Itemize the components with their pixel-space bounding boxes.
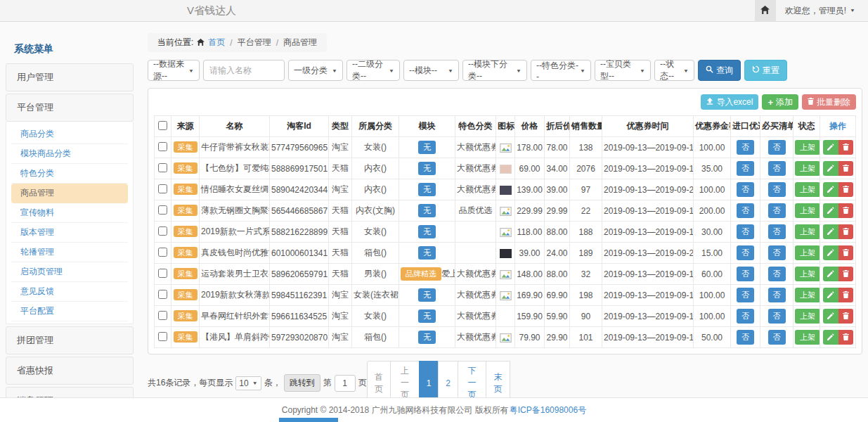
edit-button[interactable] xyxy=(823,224,838,239)
per-page-select[interactable]: 10▼ xyxy=(235,376,261,390)
batch-delete-button[interactable]: 批量删除 xyxy=(802,94,856,110)
sidebar-group[interactable]: 平台管理 xyxy=(6,94,134,122)
import-choice-toggle[interactable]: 否 xyxy=(737,224,754,239)
data-source-select[interactable]: --数据来源--▼ xyxy=(148,60,200,81)
status-button[interactable]: 上架 xyxy=(795,330,820,345)
status-button[interactable]: 上架 xyxy=(795,309,820,324)
delete-button[interactable] xyxy=(838,288,853,302)
status-select[interactable]: --状态--▼ xyxy=(654,60,694,81)
import-choice-toggle[interactable]: 否 xyxy=(737,161,754,176)
must-buy-toggle[interactable]: 否 xyxy=(768,309,786,324)
sidebar-subitem[interactable]: 特色分类 xyxy=(11,164,128,184)
import-choice-toggle[interactable]: 否 xyxy=(737,330,754,345)
item-type-select[interactable]: --宝贝类型--▼ xyxy=(595,60,651,81)
search-button[interactable]: 查询 xyxy=(698,60,741,81)
delete-button[interactable] xyxy=(838,245,853,260)
must-buy-toggle[interactable]: 否 xyxy=(768,330,786,345)
sidebar-subitem[interactable]: 意见反馈 xyxy=(11,282,128,302)
edit-icon xyxy=(827,311,834,321)
delete-button[interactable] xyxy=(838,309,853,324)
feature-select[interactable]: --特色分类--▼ xyxy=(531,60,591,81)
delete-button[interactable] xyxy=(838,267,853,281)
import-choice-toggle[interactable]: 否 xyxy=(737,309,754,324)
category1-select[interactable]: 一级分类▼ xyxy=(288,60,343,81)
module-select[interactable]: --模块--▼ xyxy=(403,60,459,81)
icp-link[interactable]: 粤ICP备16098006号 xyxy=(510,404,586,416)
must-buy-toggle[interactable]: 否 xyxy=(768,224,786,239)
row-checkbox[interactable] xyxy=(158,269,167,278)
delete-button[interactable] xyxy=(838,203,853,218)
row-checkbox[interactable] xyxy=(158,248,167,257)
row-checkbox[interactable] xyxy=(158,332,167,341)
row-checkbox[interactable] xyxy=(158,226,167,236)
row-checkbox[interactable] xyxy=(158,184,167,193)
sidebar-subitem[interactable]: 平台配置 xyxy=(11,302,128,321)
select-all-checkbox[interactable] xyxy=(158,121,167,130)
import-choice-toggle[interactable]: 否 xyxy=(737,245,754,260)
edit-button[interactable] xyxy=(823,245,838,260)
must-buy-toggle[interactable]: 否 xyxy=(768,182,786,197)
sidebar-subitem[interactable]: 模块商品分类 xyxy=(11,144,128,164)
must-buy-toggle[interactable]: 否 xyxy=(768,203,786,218)
status-button[interactable]: 上架 xyxy=(795,203,820,218)
edit-button[interactable] xyxy=(823,330,838,345)
jump-button[interactable]: 跳转到 xyxy=(284,374,320,392)
category2-select[interactable]: --二级分类--▼ xyxy=(346,60,400,81)
sidebar-subitem[interactable]: 版本管理 xyxy=(11,223,128,243)
name-input[interactable] xyxy=(203,60,285,81)
home-button[interactable] xyxy=(755,0,776,21)
import-choice-toggle[interactable]: 否 xyxy=(737,182,754,197)
sidebar-group[interactable]: 拼团管理 xyxy=(6,326,134,354)
edit-button[interactable] xyxy=(823,182,838,197)
delete-button[interactable] xyxy=(838,330,853,345)
row-checkbox[interactable] xyxy=(158,205,167,215)
must-buy-toggle[interactable]: 否 xyxy=(768,161,786,176)
cell-coupon-time: 2019-09-13—2019-09-17 xyxy=(602,137,694,158)
status-button[interactable]: 上架 xyxy=(795,245,820,260)
import-choice-toggle[interactable]: 否 xyxy=(737,288,754,302)
status-button[interactable]: 上架 xyxy=(795,182,820,197)
import-choice-toggle[interactable]: 否 xyxy=(737,203,754,218)
sidebar-subitem[interactable]: 宣传物料 xyxy=(11,203,128,223)
must-buy-toggle[interactable]: 否 xyxy=(768,245,786,260)
import-choice-toggle[interactable]: 否 xyxy=(737,267,754,281)
breadcrumb-home-link[interactable]: 首页 xyxy=(208,37,225,49)
delete-button[interactable] xyxy=(838,140,853,155)
sidebar-subitem[interactable]: 启动页管理 xyxy=(11,262,128,282)
must-buy-toggle[interactable]: 否 xyxy=(768,288,786,302)
user-menu[interactable]: 欢迎您，管理员! ▼ xyxy=(776,5,868,17)
status-button[interactable]: 上架 xyxy=(795,161,820,176)
sidebar-subitem[interactable]: 轮播管理 xyxy=(11,243,128,262)
must-buy-toggle[interactable]: 否 xyxy=(768,267,786,281)
status-button[interactable]: 上架 xyxy=(795,140,820,155)
reset-button[interactable]: 重置 xyxy=(744,60,787,81)
module-sub-select[interactable]: --模块下分类--▼ xyxy=(462,60,527,81)
edit-button[interactable] xyxy=(823,267,838,281)
sidebar-group[interactable]: 省惠快报 xyxy=(6,357,134,385)
delete-button[interactable] xyxy=(838,182,853,197)
edit-button[interactable] xyxy=(823,288,838,302)
edit-button[interactable] xyxy=(823,203,838,218)
add-button[interactable]: + 添加 xyxy=(762,94,798,110)
delete-button[interactable] xyxy=(838,161,853,176)
sidebar-subitem[interactable]: 商品分类 xyxy=(11,124,128,144)
edit-button[interactable] xyxy=(823,309,838,324)
import-choice-toggle[interactable]: 否 xyxy=(737,140,754,155)
row-checkbox[interactable] xyxy=(158,142,167,151)
sidebar-subitem[interactable]: 商品管理 xyxy=(11,184,128,203)
must-buy-toggle[interactable]: 否 xyxy=(768,140,786,155)
status-button[interactable]: 上架 xyxy=(795,288,820,302)
edit-button[interactable] xyxy=(823,161,838,176)
row-checkbox[interactable] xyxy=(158,290,167,299)
edit-button[interactable] xyxy=(823,140,838,155)
status-button[interactable]: 上架 xyxy=(795,224,820,239)
row-checkbox[interactable] xyxy=(158,311,167,320)
row-checkbox[interactable] xyxy=(158,163,167,172)
delete-button[interactable] xyxy=(838,224,853,239)
trash-icon xyxy=(843,184,849,195)
sidebar-group[interactable]: 用户管理 xyxy=(6,63,134,91)
status-button[interactable]: 上架 xyxy=(795,267,820,281)
page-number-input[interactable] xyxy=(335,375,356,392)
cell-product-name: 【七色纺】可爱纯棉家... xyxy=(200,158,270,179)
import-excel-button[interactable]: 导入excel xyxy=(701,94,758,110)
